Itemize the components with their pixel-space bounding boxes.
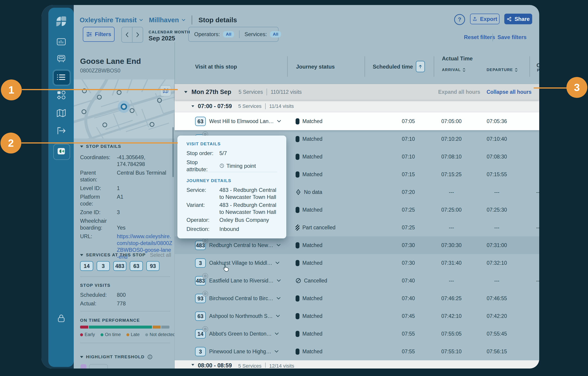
- visits-scheduled-row: Scheduled:800: [80, 292, 170, 298]
- route-name: Eastfield Lane to Riversid…: [209, 278, 273, 284]
- chevron-down-icon[interactable]: [276, 297, 281, 300]
- list-icon[interactable]: [55, 71, 68, 84]
- visit-row[interactable]: 483 Redburgh Central to New… Matched 07:…: [175, 236, 539, 254]
- threshold-color-swatch[interactable]: [81, 364, 86, 368]
- sidebar-item-analytics[interactable]: [55, 35, 68, 48]
- share-button[interactable]: Share: [504, 14, 532, 24]
- service-chip[interactable]: 93: [146, 261, 159, 271]
- matched-status-icon: [296, 207, 299, 213]
- collapse-day-icon[interactable]: [184, 91, 187, 93]
- service-badge[interactable]: 3: [195, 347, 206, 356]
- visit-row[interactable]: 63 West Hill to Elmwood Lan… Matched 07:…: [175, 112, 539, 130]
- breadcrumb-org[interactable]: Oxleyshire Transit: [80, 16, 136, 24]
- visit-row[interactable]: 93 Birchwood Central to Birc… Matched 07…: [175, 289, 539, 308]
- service-chip[interactable]: 63: [130, 261, 143, 271]
- col-arrival-header[interactable]: ARRIVAL: [442, 68, 465, 72]
- help-button[interactable]: ?: [454, 14, 465, 25]
- scheduled-time: 07:40: [390, 272, 427, 289]
- service-chip[interactable]: 483: [113, 261, 126, 271]
- arrival-time: 07:55:05: [433, 325, 470, 343]
- chevron-down-icon[interactable]: [277, 279, 281, 282]
- legend-late: Late: [126, 332, 140, 337]
- service-chip[interactable]: 14: [80, 261, 93, 271]
- stop-details-section-header[interactable]: STOP DETAILS: [80, 144, 121, 149]
- hour-group-row[interactable]: 07:00 - 07:59 5 Services 11/14 visits: [175, 100, 539, 112]
- arrival-time: 07:55:10: [433, 343, 470, 360]
- status-label: Matched: [302, 349, 322, 355]
- hour-services: 5 Services: [238, 363, 262, 368]
- service-chip[interactable]: 3: [97, 261, 110, 271]
- visit-row[interactable]: 3 Pinewood Lane to Highg… Matched 07:55 …: [175, 343, 539, 361]
- threshold-value-field[interactable]: [89, 364, 108, 368]
- visit-row[interactable]: 14 Abbot's Green to Denton… Matched 07:5…: [175, 325, 539, 343]
- chevron-down-icon[interactable]: [275, 332, 279, 335]
- sidebar-item-segments[interactable]: [55, 88, 68, 101]
- callout-3-line: [534, 88, 567, 88]
- chevron-down-icon: [182, 19, 185, 21]
- visit-row[interactable]: 483 Eastfield Lane to Riversid… Cancelle…: [175, 272, 539, 290]
- visit-row[interactable]: 63 Ashpool to Northmouth S… Matched 07:4…: [175, 307, 539, 325]
- timing-point-icon: [202, 326, 208, 332]
- info-icon[interactable]: [147, 354, 153, 360]
- col-visit-header[interactable]: Visit at this stop: [195, 64, 237, 70]
- matched-status-icon: [296, 295, 299, 301]
- clipped-cell: ---: [532, 272, 539, 289]
- status-label: No data: [304, 189, 322, 195]
- scheduled-time: 07:20: [390, 183, 427, 201]
- next-month-button[interactable]: [133, 27, 143, 42]
- chevron-down-icon[interactable]: [275, 262, 280, 264]
- save-filters-link[interactable]: Save filters: [497, 34, 526, 40]
- col-departure-header[interactable]: DEPARTURE: [487, 68, 518, 72]
- collapse-all-hours-link[interactable]: Collapse all hours: [487, 89, 532, 95]
- chevron-down-icon[interactable]: [276, 315, 280, 317]
- open-map-button[interactable]: [160, 85, 171, 96]
- filters-icon: [86, 32, 92, 37]
- collapse-hour-icon[interactable]: [191, 364, 194, 366]
- matched-status-icon: [296, 313, 299, 319]
- arrival-time: ---: [433, 272, 470, 289]
- select-all-link[interactable]: Select all: [150, 252, 171, 258]
- scheduled-time: 07:25: [390, 219, 427, 236]
- collapse-hour-icon[interactable]: [191, 105, 194, 107]
- service-badge[interactable]: 3: [195, 258, 206, 268]
- chevron-down-icon[interactable]: [277, 120, 281, 123]
- scheduled-time: 07:55: [390, 325, 427, 343]
- services-section-header[interactable]: SERVICES AT THIS STOP: [80, 253, 146, 257]
- next-hour-group-row[interactable]: 08:00 - 08:59 5 Services 12/14 visits: [175, 360, 539, 368]
- chevron-down-icon[interactable]: [276, 244, 281, 247]
- sidebar-item-exit[interactable]: [55, 124, 68, 137]
- filters-button[interactable]: Filters: [83, 27, 115, 42]
- service-badge[interactable]: 63: [195, 311, 206, 321]
- expand-all-hours-link[interactable]: Expand all hours: [438, 89, 480, 95]
- departure-time: ---: [479, 272, 515, 289]
- day-group-row[interactable]: Mon 27th Sep 5 Services 110/112 visits E…: [175, 84, 539, 100]
- sidebar-item-vehicles[interactable]: [55, 53, 68, 65]
- service-badge[interactable]: 63: [195, 117, 206, 126]
- prev-month-button[interactable]: [122, 27, 133, 42]
- export-button[interactable]: Export: [470, 14, 500, 24]
- col-journey-header[interactable]: Journey status: [296, 64, 335, 70]
- active-filters-summary[interactable]: Operators: All Services: All: [188, 27, 279, 42]
- stop-map[interactable]: [74, 79, 175, 139]
- sidebar-item-map[interactable]: [55, 107, 68, 120]
- detail-row: Platform code:A1: [80, 193, 171, 207]
- otp-bar: [80, 326, 170, 329]
- visit-row[interactable]: 3 Oakhurst Village to Middl… Matched 07:…: [175, 254, 539, 272]
- panel-scrollbar[interactable]: [172, 127, 174, 177]
- reset-filters-link[interactable]: Reset filters: [464, 34, 495, 40]
- scheduled-time: 07:10: [390, 130, 427, 148]
- scheduled-sort-button[interactable]: [416, 61, 425, 72]
- highlight-threshold-header[interactable]: HIGHLIGHT THRESHOLD: [80, 354, 153, 360]
- arrival-time: 07:05:00: [433, 112, 470, 130]
- scheduled-time: 07:40: [390, 289, 427, 307]
- hour-label: 08:00 - 08:59: [198, 362, 232, 368]
- page-title: Stop details: [199, 16, 237, 24]
- export-icon: [472, 17, 477, 22]
- scheduled-time: 07:10: [390, 148, 427, 166]
- calendar-month-value[interactable]: Sep 2025: [149, 35, 175, 42]
- departure-time: 07:25:30: [479, 201, 515, 219]
- breadcrumb-region[interactable]: Millhaven: [149, 16, 179, 24]
- chevron-down-icon[interactable]: [274, 350, 279, 353]
- sidebar-item-partner-app[interactable]: [53, 144, 70, 160]
- col-scheduled-header[interactable]: Scheduled time: [373, 64, 413, 70]
